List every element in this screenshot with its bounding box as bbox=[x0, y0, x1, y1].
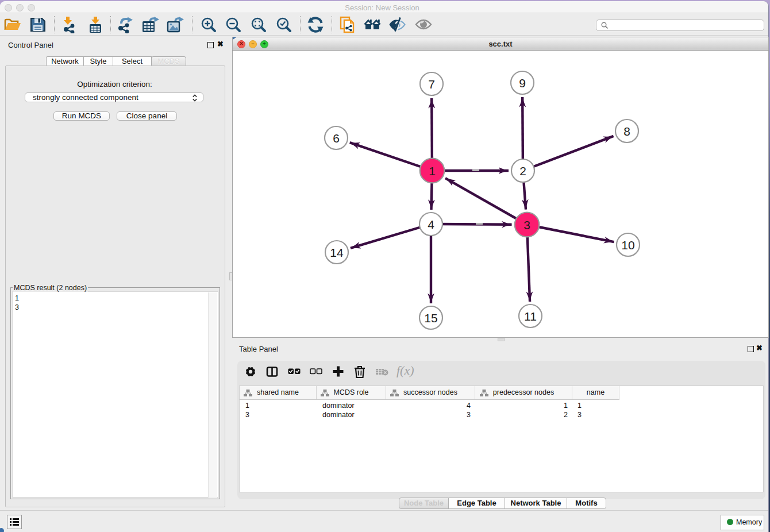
svg-text:15: 15 bbox=[424, 311, 437, 325]
svg-text:9: 9 bbox=[519, 76, 526, 90]
svg-text:1: 1 bbox=[429, 164, 436, 178]
svg-text:3: 3 bbox=[523, 218, 530, 232]
svg-text:4: 4 bbox=[428, 218, 434, 231]
svg-text:2: 2 bbox=[519, 164, 526, 178]
svg-text:10: 10 bbox=[621, 238, 634, 252]
svg-text:11: 11 bbox=[524, 310, 537, 323]
svg-text:8: 8 bbox=[623, 125, 630, 138]
svg-text:14: 14 bbox=[330, 246, 344, 259]
svg-text:6: 6 bbox=[333, 132, 340, 145]
svg-text:7: 7 bbox=[428, 78, 435, 91]
